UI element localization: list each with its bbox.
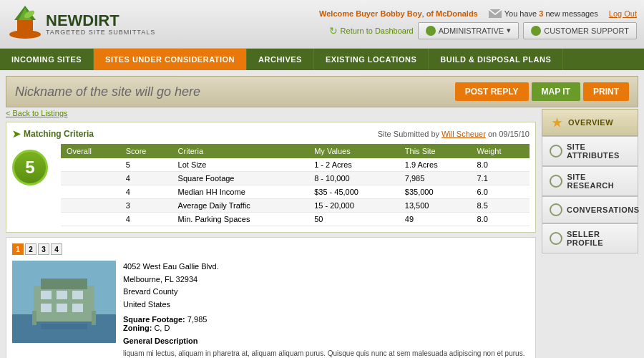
brand-tagline: TARGETED SITE SUBMITTALS	[46, 29, 155, 36]
action-buttons: POST REPLY MAP IT PRINT	[455, 82, 629, 101]
svg-rect-15	[72, 304, 83, 312]
matching-title: ➤ Matching Criteria	[12, 128, 94, 140]
cell-score: 3	[120, 199, 172, 213]
address: 4052 West Eau Gallie Blvd. Melbourne, FL…	[123, 261, 530, 311]
admin-button[interactable]: ADMINISTRATIVE ▾	[418, 22, 519, 39]
col-my-values: My Values	[308, 144, 399, 158]
table-row: 4 Min. Parking Spaces 50 49 8.0	[61, 213, 530, 226]
cell-my-values: 8 - 10,000	[308, 172, 399, 185]
cell-score: 4	[120, 172, 172, 185]
svg-rect-13	[41, 304, 52, 312]
location-tab-4[interactable]: 4	[51, 243, 62, 255]
table-row: 5 Lot Size 1 - 2 Acres 1.9 Acres 8.0	[61, 158, 530, 172]
zoning-value: C, D	[154, 324, 170, 332]
cell-criteria: Median HH Income	[172, 185, 309, 199]
sidebar-item-overview[interactable]: ★ OVERVIEW	[542, 109, 638, 136]
circle-icon-attributes	[550, 144, 562, 158]
nav-build[interactable]: BUILD & DISPOSAL PLANS	[429, 49, 563, 70]
location-tab-3[interactable]: 3	[38, 243, 49, 255]
svg-rect-16	[32, 311, 36, 325]
nav-existing[interactable]: EXISTING LOCATIONS	[314, 49, 429, 70]
content: Nickname of the site will go here POST R…	[0, 70, 644, 358]
col-weight: Weight	[471, 144, 530, 158]
zoning-label: Zoning:	[123, 324, 152, 332]
print-button[interactable]: PRINT	[583, 82, 629, 101]
cell-score: 4	[120, 213, 172, 226]
header: NEWDIRT TARGETED SITE SUBMITTALS Welcome…	[0, 0, 644, 49]
col-score: Score	[120, 144, 172, 158]
submitter-link[interactable]: Will Scheuer	[441, 130, 486, 138]
circle-icon-conversations	[550, 203, 562, 217]
general-description: General Description liquam mi lectus, al…	[123, 337, 530, 358]
welcome-text: Welcome Buyer Bobby Boy, of McDonalds	[319, 9, 478, 18]
buyer-name: Buyer Bobby Boy	[356, 9, 421, 18]
cell-overall	[61, 199, 120, 213]
nav-incoming[interactable]: INCOMING SITES	[0, 49, 94, 70]
header-right: Welcome Buyer Bobby Boy, of McDonalds Yo…	[319, 9, 637, 39]
messages-link[interactable]: You have 3 new messages	[489, 9, 598, 18]
right-sidebar: ★ OVERVIEW SITE ATTRIBUTES SITE RESEARCH	[542, 109, 638, 358]
table-row: 4 Square Footage 8 - 10,000 7,985 7.1	[61, 172, 530, 185]
col-overall: Overall	[61, 144, 120, 158]
cell-weight: 8.0	[471, 158, 530, 172]
message-count: 3	[539, 9, 543, 18]
location-tab-2[interactable]: 2	[25, 243, 36, 255]
svg-rect-14	[57, 304, 67, 312]
criteria-table: Overall Score Criteria My Values This Si…	[61, 144, 530, 226]
cell-this-site: 13,500	[399, 199, 472, 213]
site-title-bar: Nickname of the site will go here POST R…	[6, 76, 638, 107]
cell-my-values: 1 - 2 Acres	[308, 158, 399, 172]
location-section: 1234	[6, 237, 536, 358]
col-criteria: Criteria	[172, 144, 309, 158]
cell-criteria: Lot Size	[172, 158, 309, 172]
header-buttons: ↻ Return to Dashboard ADMINISTRATIVE ▾ C…	[329, 22, 637, 39]
logout-link[interactable]: Log Out	[609, 9, 637, 18]
admin-icon	[426, 26, 436, 36]
envelope-icon	[489, 9, 502, 18]
sidebar-item-seller-profile[interactable]: SELLER PROFILE	[542, 223, 638, 253]
support-button[interactable]: CUSTOMER SUPPORT	[523, 22, 637, 39]
dashboard-link[interactable]: ↻ Return to Dashboard	[329, 22, 414, 39]
svg-rect-12	[72, 291, 83, 299]
sq-footage-value: 7,985	[187, 315, 208, 324]
location-content: 4052 West Eau Gallie Blvd. Melbourne, FL…	[12, 261, 530, 358]
sq-zoning: Square Footage: 7,985 Zoning: C, D	[123, 315, 530, 332]
sidebar-item-site-research[interactable]: SITE RESEARCH	[542, 166, 638, 196]
circle-icon-research	[550, 174, 562, 188]
refresh-icon: ↻	[329, 25, 338, 37]
post-reply-button[interactable]: POST REPLY	[455, 82, 529, 101]
sidebar-item-conversations[interactable]: CONVERSATIONS	[542, 196, 638, 223]
nav-archives[interactable]: ARCHIVES	[247, 49, 314, 70]
left-panel: < Back to Listings ➤ Matching Criteria S…	[6, 109, 536, 358]
cell-score: 4	[120, 185, 172, 199]
back-to-listings-link[interactable]: < Back to Listings	[6, 109, 536, 117]
location-image	[12, 261, 116, 343]
nav-consideration[interactable]: SITES UNDER CONSIDERATION	[94, 49, 247, 70]
col-this-site: This Site	[399, 144, 472, 158]
logo-area: NEWDIRT TARGETED SITE SUBMITTALS	[7, 4, 155, 44]
table-row: 3 Average Daily Traffic 15 - 20,000 13,5…	[61, 199, 530, 213]
sq-footage-label: Square Footage:	[123, 315, 185, 324]
submitted-by: Site Submitted by Will Scheuer on 09/15/…	[378, 130, 530, 138]
desc-title: General Description	[123, 337, 530, 345]
logo-icon	[7, 4, 43, 44]
cell-my-values: $35 - 45,000	[308, 185, 399, 199]
cell-weight: 8.0	[471, 213, 530, 226]
cell-criteria: Average Daily Traffic	[172, 199, 309, 213]
support-icon	[531, 26, 541, 36]
matching-criteria: ➤ Matching Criteria Site Submitted by Wi…	[6, 122, 536, 233]
map-it-button[interactable]: MAP IT	[532, 82, 580, 101]
cell-criteria: Min. Parking Spaces	[172, 213, 309, 226]
table-row: 4 Median HH Income $35 - 45,000 $35,000 …	[61, 185, 530, 199]
cell-overall	[61, 213, 120, 226]
header-top-right: Welcome Buyer Bobby Boy, of McDonalds Yo…	[319, 9, 637, 18]
svg-rect-17	[92, 311, 96, 325]
criteria-content: 5 Overall Score Criteria My Values This …	[12, 144, 530, 226]
cell-weight: 8.5	[471, 199, 530, 213]
cell-overall	[61, 158, 120, 172]
star-icon: ★	[550, 115, 564, 130]
cell-criteria: Square Footage	[172, 172, 309, 185]
sidebar-item-site-attributes[interactable]: SITE ATTRIBUTES	[542, 136, 638, 166]
criteria-tbody: 5 Lot Size 1 - 2 Acres 1.9 Acres 8.0 4 S…	[61, 158, 530, 226]
location-tab-1[interactable]: 1	[12, 243, 24, 255]
